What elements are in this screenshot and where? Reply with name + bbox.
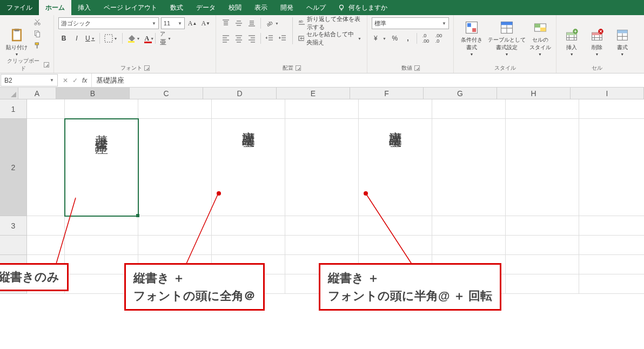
align-left-button[interactable] xyxy=(220,32,231,44)
align-right-button[interactable] xyxy=(246,32,257,44)
paste-button[interactable]: 貼り付け ▼ xyxy=(4,17,29,56)
cell-styles-button[interactable]: セルの スタイル▼ xyxy=(528,17,552,56)
tab-home[interactable]: ホーム xyxy=(39,0,71,15)
tab-file[interactable]: ファイル xyxy=(0,0,39,15)
comma-button[interactable]: , xyxy=(403,32,413,44)
row-header-blank[interactable] xyxy=(0,236,27,255)
cancel-formula-icon[interactable]: ✕ xyxy=(63,77,68,84)
align-middle-button[interactable] xyxy=(233,17,244,29)
enter-formula-icon[interactable]: ✓ xyxy=(72,77,78,84)
format-cells-button[interactable]: 書式▼ xyxy=(611,17,633,56)
column-header-C[interactable]: C xyxy=(130,88,203,99)
orientation-button[interactable]: ab▼ xyxy=(264,17,280,29)
cell-G2[interactable] xyxy=(432,119,506,216)
cell-E2[interactable] xyxy=(285,119,359,216)
cell-D1[interactable] xyxy=(212,99,285,119)
formula-input[interactable]: 基礎講座 xyxy=(92,73,644,87)
cell-C1[interactable] xyxy=(138,99,212,119)
format-painter-button[interactable] xyxy=(32,41,42,51)
name-box[interactable]: B2▼ xyxy=(1,74,58,86)
cell-H1[interactable] xyxy=(506,99,579,119)
align-top-button[interactable] xyxy=(220,17,231,29)
row-header-2[interactable]: 2 xyxy=(0,119,27,216)
column-header-H[interactable]: H xyxy=(497,88,571,99)
cell-I3[interactable] xyxy=(579,216,644,236)
fx-icon[interactable]: fx xyxy=(82,77,87,84)
cell-E3[interactable] xyxy=(285,216,359,236)
merge-center-button[interactable]: セルを結合して中央揃え▼ xyxy=(297,32,363,44)
increase-decimal-button[interactable]: .0.00 xyxy=(420,32,431,44)
font-name-combo[interactable]: 游ゴシック▼ xyxy=(58,17,159,29)
column-header-F[interactable]: F xyxy=(350,88,424,99)
column-header-E[interactable]: E xyxy=(277,88,350,99)
phonetic-button[interactable]: ア亜▼ xyxy=(159,32,172,44)
column-header-D[interactable]: D xyxy=(203,88,277,99)
font-dialog-launcher[interactable] xyxy=(144,65,150,71)
cell-I[interactable] xyxy=(579,255,644,274)
cell-B1[interactable] xyxy=(65,99,138,119)
cell-I[interactable] xyxy=(579,236,644,255)
cell-G3[interactable] xyxy=(432,216,506,236)
decrease-font-button[interactable]: A▼ xyxy=(200,17,211,29)
alignment-dialog-launcher[interactable] xyxy=(296,65,301,71)
wrap-text-button[interactable]: ab折り返して全体を表示する xyxy=(297,17,363,29)
borders-button[interactable]: ▼ xyxy=(103,32,119,44)
copy-button[interactable] xyxy=(32,29,42,39)
fill-color-button[interactable]: ▼ xyxy=(126,32,142,44)
cell-H2[interactable] xyxy=(506,119,579,216)
cell-A1[interactable] xyxy=(27,99,65,119)
row-header-3[interactable]: 3 xyxy=(0,216,27,236)
accounting-format-button[interactable]: ¥▼ xyxy=(372,32,387,44)
insert-cells-button[interactable]: 挿入▼ xyxy=(561,17,583,56)
tab-bar: ファイル ホーム 挿入 ページ レイアウト 数式 データ 校閲 表示 開発 ヘル… xyxy=(0,0,644,15)
tab-developer[interactable]: 開発 xyxy=(274,0,300,15)
cell-F1[interactable] xyxy=(359,99,432,119)
align-bottom-button[interactable] xyxy=(246,17,257,29)
tab-help[interactable]: ヘルプ xyxy=(300,0,332,15)
increase-indent-button[interactable] xyxy=(277,32,288,44)
column-header-I[interactable]: I xyxy=(571,88,644,99)
cell-H6[interactable] xyxy=(506,274,579,294)
cell-H[interactable] xyxy=(506,255,579,274)
format-as-table-button[interactable]: テーブルとして 書式設定▼ xyxy=(488,17,525,56)
tell-me[interactable]: 何をしますか xyxy=(332,0,393,15)
clipboard-dialog-launcher[interactable] xyxy=(44,62,49,68)
decrease-decimal-button[interactable]: .00.0 xyxy=(433,32,444,44)
cell-I2[interactable] xyxy=(579,119,644,216)
decrease-indent-button[interactable] xyxy=(264,32,275,44)
column-header-G[interactable]: G xyxy=(424,88,497,99)
increase-font-button[interactable]: A▲ xyxy=(187,17,198,29)
tab-data[interactable]: データ xyxy=(190,0,222,15)
tab-insert[interactable]: 挿入 xyxy=(71,0,97,15)
bold-button[interactable]: B xyxy=(58,32,69,44)
cell-E[interactable] xyxy=(285,236,359,255)
formula-bar: B2▼ ✕ ✓ fx 基礎講座 xyxy=(0,73,644,88)
cell-G[interactable] xyxy=(432,236,506,255)
group-cells: 挿入▼ 削除▼ 書式▼ セル xyxy=(556,15,638,73)
number-dialog-launcher[interactable] xyxy=(414,65,420,71)
percent-button[interactable]: % xyxy=(390,32,400,44)
worksheet-grid[interactable]: ABCDEFGHI 1236 基礎講座基礎講座基礎講座 縦書きのみ 縦書き ＋ … xyxy=(0,88,644,294)
row-header-1[interactable]: 1 xyxy=(0,99,27,119)
underline-button[interactable]: U▼ xyxy=(84,32,96,44)
cell-H[interactable] xyxy=(506,236,579,255)
cell-G1[interactable] xyxy=(432,99,506,119)
tab-view[interactable]: 表示 xyxy=(248,0,274,15)
cut-button[interactable] xyxy=(32,17,42,27)
column-header-B[interactable]: B xyxy=(56,88,130,99)
align-center-button[interactable] xyxy=(233,32,244,44)
column-header-A[interactable]: A xyxy=(18,88,56,99)
italic-button[interactable]: I xyxy=(71,32,82,44)
cell-E1[interactable] xyxy=(285,99,359,119)
tab-formulas[interactable]: 数式 xyxy=(164,0,190,15)
delete-cells-button[interactable]: 削除▼ xyxy=(586,17,608,56)
cell-H3[interactable] xyxy=(506,216,579,236)
cell-I6[interactable] xyxy=(579,274,644,294)
select-all-corner[interactable] xyxy=(0,88,18,99)
number-format-combo[interactable]: 標準▼ xyxy=(372,17,449,29)
tab-review[interactable]: 校閲 xyxy=(222,0,248,15)
tab-page-layout[interactable]: ページ レイアウト xyxy=(97,0,164,15)
cell-I1[interactable] xyxy=(579,99,644,119)
font-size-combo[interactable]: 11▼ xyxy=(161,17,185,29)
conditional-format-button[interactable]: 条件付き 書式▼ xyxy=(458,17,485,56)
